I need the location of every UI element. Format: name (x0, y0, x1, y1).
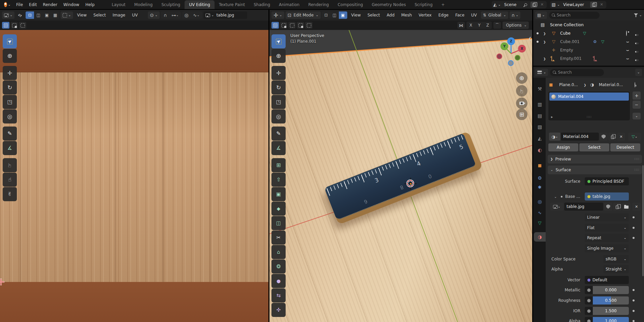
uv-canvas[interactable] (0, 30, 268, 322)
tool-bevel-button[interactable] (271, 202, 286, 216)
chevron-down-icon[interactable] (554, 195, 557, 199)
tab-world[interactable] (534, 145, 546, 155)
camera-view-button[interactable] (516, 98, 527, 109)
uv-tool-scale-button[interactable] (3, 95, 17, 109)
snap-dropdown[interactable] (510, 11, 521, 19)
drag-grip-icon[interactable] (634, 157, 639, 161)
menu-window[interactable]: Window (61, 1, 82, 8)
tool-scale-button[interactable] (271, 95, 286, 109)
deselect-button[interactable]: Deselect (610, 143, 640, 151)
tab-modifiers[interactable] (534, 173, 546, 183)
vp-select-intersect-button[interactable] (305, 22, 313, 29)
mirror-x-button[interactable]: X (466, 22, 475, 29)
mode-dropdown[interactable]: Edit Mode (286, 11, 321, 19)
vp-select-invert-button[interactable] (297, 22, 304, 29)
eye-open-icon[interactable] (626, 31, 627, 36)
select-button[interactable]: Select (579, 143, 609, 151)
tab-output[interactable] (534, 111, 546, 120)
uv-tool-rotate-button[interactable] (3, 80, 17, 95)
gizmo-minus-z-axis[interactable] (508, 60, 514, 66)
alpha-mode-dropdown[interactable]: Straight (603, 265, 629, 273)
tool-edge-slide-button[interactable] (271, 288, 286, 302)
chevron-down-icon[interactable] (639, 13, 642, 17)
uv-menu-select[interactable]: Select (91, 12, 108, 19)
outliner-row-empty-001[interactable]: Empty.001 (533, 54, 644, 63)
viewport-collapse-arrow[interactable] (528, 36, 532, 41)
gizmo-z-axis[interactable]: Z (507, 37, 515, 45)
source-dropdown[interactable]: Single Image (585, 244, 629, 252)
tool-poly-build-button[interactable] (271, 245, 286, 259)
decorator-dot[interactable] (633, 289, 635, 291)
decorator-dot[interactable] (633, 216, 635, 218)
extension-dropdown[interactable]: Repeat (585, 234, 629, 242)
tab-scripting[interactable]: Scripting (410, 0, 437, 9)
vp-menu-add[interactable]: Add (384, 12, 397, 19)
gizmo-y-axis[interactable]: Y (501, 42, 508, 50)
tool-extrude-button[interactable] (271, 173, 286, 187)
transform-orientation-dropdown[interactable]: Global (481, 11, 508, 19)
tool-shrink-fatten-button[interactable] (271, 303, 286, 317)
unlink-material-button[interactable] (617, 133, 625, 141)
tab-geometry-nodes[interactable]: Geometry Nodes (367, 0, 410, 9)
new-image-button[interactable] (613, 203, 621, 211)
uv-pivot-dropdown[interactable] (148, 11, 160, 19)
filter-funnel-icon[interactable] (634, 13, 638, 17)
unlink-image-button[interactable] (632, 203, 641, 211)
image-name-field[interactable]: table.jpg (564, 203, 603, 211)
decorator-dot[interactable] (633, 227, 635, 229)
outliner-row-cube[interactable]: Cube (533, 29, 644, 37)
outliner-editor-type-button[interactable] (535, 11, 547, 19)
vp-menu-vertex[interactable]: Vertex (416, 12, 434, 19)
tab-object[interactable] (534, 161, 546, 170)
tab-modeling[interactable]: Modeling (130, 0, 157, 9)
uv-tool-tweak-button[interactable] (3, 34, 17, 48)
uv-tool-move-button[interactable] (3, 66, 17, 80)
tab-material[interactable] (534, 232, 546, 242)
outliner-row-cube-001[interactable]: Cube.001 (533, 37, 644, 46)
vp-menu-view[interactable]: View (349, 12, 363, 19)
zoom-button[interactable] (516, 72, 527, 84)
outliner-search[interactable] (549, 12, 600, 19)
tool-add-cube-button[interactable] (271, 158, 286, 172)
ior-slider[interactable]: 1.500 (585, 307, 629, 315)
uv-select-island-button[interactable] (51, 11, 59, 19)
pan-button[interactable] (516, 85, 527, 97)
uv-proportional-toggle[interactable] (182, 11, 191, 19)
uv-select-vertex-button[interactable] (26, 11, 34, 19)
tool-knife-button[interactable] (271, 230, 286, 245)
uv-editor-type-button[interactable] (2, 11, 14, 19)
projection-dropdown[interactable]: Flat (585, 224, 629, 232)
scrollbar[interactable] (642, 165, 644, 276)
face-mode-button[interactable] (339, 11, 347, 19)
vertex-mode-button[interactable] (322, 11, 330, 19)
tab-particles[interactable] (534, 182, 546, 192)
outliner-row-empty[interactable]: Empty (533, 46, 644, 54)
copy-scene-button[interactable] (530, 2, 537, 8)
scene-name[interactable]: Scene (502, 2, 521, 7)
uv-menu-view[interactable]: View (74, 12, 89, 19)
tool-loop-cut-button[interactable] (271, 216, 286, 230)
base-color-texture-button[interactable]: table.jpg (585, 192, 629, 201)
tool-select-box-button[interactable] (271, 34, 286, 48)
resize-grip-icon[interactable] (587, 115, 592, 119)
uv-select-edge-button[interactable] (34, 11, 42, 19)
vp-select-new-button[interactable] (271, 22, 279, 29)
orthographic-toggle-button[interactable] (516, 109, 527, 120)
edge-mode-button[interactable] (330, 11, 339, 19)
properties-editor-type-button[interactable] (535, 69, 548, 76)
mirror-z-button[interactable]: Z (483, 22, 492, 29)
interpolation-dropdown[interactable]: Linear (585, 213, 629, 221)
uv-select-face-button[interactable] (42, 11, 51, 19)
proportional-falloff-button[interactable] (493, 22, 501, 29)
drag-grip-icon[interactable] (634, 168, 639, 172)
menu-edit[interactable]: Edit (26, 1, 39, 8)
vector-input-button[interactable]: Default (585, 276, 629, 284)
pin-icon[interactable] (635, 82, 635, 87)
uv-tool-measure-button[interactable] (3, 141, 17, 155)
slot-specials-button[interactable] (633, 113, 641, 119)
breadcrumb-object[interactable]: Plane.0... (559, 82, 578, 87)
tool-move-button[interactable] (271, 66, 286, 80)
gizmo-minus-y-axis[interactable] (515, 55, 520, 61)
gizmo-minus-x-axis[interactable] (496, 53, 502, 59)
decorator-dot[interactable] (633, 237, 635, 239)
